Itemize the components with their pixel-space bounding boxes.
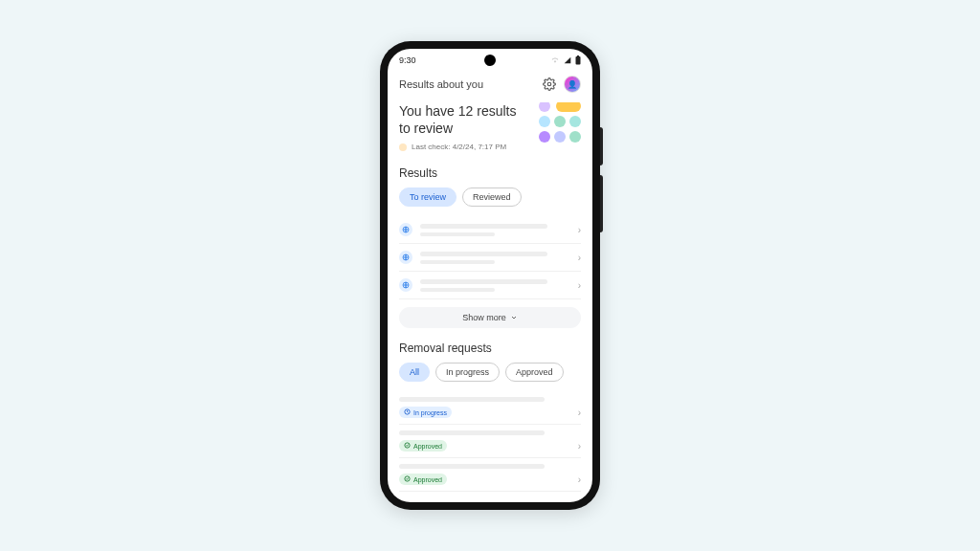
status-time: 9:30 (399, 55, 416, 65)
phone-side-button (600, 127, 603, 165)
check-circle-icon (404, 442, 411, 450)
chevron-right-icon: › (578, 253, 581, 263)
chevron-right-icon: › (578, 408, 581, 418)
decorative-dots (539, 102, 581, 143)
status-badge-label: In progress (413, 409, 447, 416)
request-skeleton (399, 464, 545, 469)
phone-screen: 9:30 Results about you 👤 You have 12 res… (388, 49, 592, 502)
gear-icon[interactable] (543, 77, 556, 91)
show-more-button[interactable]: Show more (399, 307, 581, 328)
last-check: Last check: 4/2/24, 7:17 PM (399, 143, 581, 151)
page-header: Results about you 👤 (388, 72, 592, 102)
status-badge-label: Approved (413, 443, 442, 450)
battery-icon (575, 55, 581, 65)
results-section: Results To reviewReviewed › › › Show mor… (399, 166, 581, 328)
chevron-right-icon: › (578, 441, 581, 452)
decor-dot (569, 116, 581, 127)
last-check-text: Last check: 4/2/24, 7:17 PM (412, 143, 506, 151)
status-dot-icon (399, 143, 407, 151)
removal-row[interactable]: In progress › (399, 391, 581, 425)
front-camera (484, 55, 496, 66)
removal-title: Removal requests (399, 342, 581, 355)
globe-icon (399, 251, 412, 264)
wifi-icon (550, 56, 560, 64)
status-badge-label: Approved (413, 476, 442, 483)
svg-point-2 (547, 82, 551, 86)
results-chip-reviewed[interactable]: Reviewed (462, 187, 522, 207)
removal-chip-all[interactable]: All (399, 363, 430, 382)
chevron-right-icon: › (578, 225, 581, 235)
result-body (420, 279, 570, 292)
phone-side-button (600, 175, 603, 232)
results-filter-chips: To reviewReviewed (399, 187, 581, 207)
signal-icon (563, 56, 572, 64)
avatar[interactable]: 👤 (564, 76, 581, 93)
decor-dot (554, 131, 566, 143)
status-badge: Approved (399, 474, 447, 485)
decor-dot (556, 102, 581, 112)
chevron-down-icon (510, 314, 518, 321)
decor-dot (569, 131, 581, 143)
result-row[interactable]: › (399, 216, 581, 244)
hero-section: You have 12 results to review Last check… (399, 102, 581, 151)
removal-filter-chips: AllIn progressApproved (399, 363, 581, 382)
removal-row[interactable]: Approved › (399, 425, 581, 458)
decor-dot (539, 131, 550, 143)
removal-row[interactable]: Approved › (399, 458, 581, 492)
results-title: Results (399, 166, 581, 180)
result-row[interactable]: › (399, 272, 581, 299)
result-row[interactable]: › (399, 244, 581, 272)
removal-chip-approved[interactable]: Approved (505, 363, 564, 382)
results-chip-to-review[interactable]: To review (399, 187, 457, 207)
svg-rect-0 (576, 56, 581, 65)
chevron-right-icon: › (578, 474, 581, 485)
phone-frame: 9:30 Results about you 👤 You have 12 res… (380, 41, 600, 510)
chevron-right-icon: › (578, 280, 581, 291)
request-skeleton (399, 397, 545, 402)
status-badge: Approved (399, 440, 447, 452)
clock-icon (404, 408, 411, 416)
page-title: Results about you (399, 78, 483, 90)
result-body (420, 252, 570, 264)
decor-dot (539, 102, 550, 112)
svg-rect-1 (577, 55, 579, 56)
show-more-label: Show more (462, 313, 506, 322)
globe-icon (399, 223, 412, 236)
removal-requests-section: Removal requests AllIn progressApproved … (399, 342, 581, 492)
decor-dot (554, 116, 566, 127)
check-circle-icon (404, 475, 411, 483)
removal-chip-in-progress[interactable]: In progress (435, 363, 500, 382)
request-skeleton (399, 430, 545, 435)
decor-dot (539, 116, 550, 127)
status-badge: In progress (399, 407, 452, 418)
globe-icon (399, 278, 412, 292)
hero-title: You have 12 results to review (399, 102, 523, 137)
result-body (420, 224, 570, 236)
